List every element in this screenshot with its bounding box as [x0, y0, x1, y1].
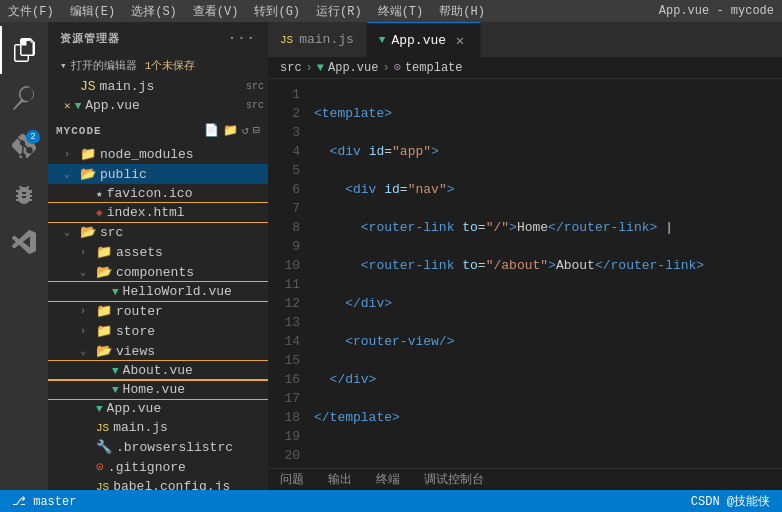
tab-appvue[interactable]: ▼ App.vue ✕: [367, 22, 481, 57]
assets-arrow-icon: ›: [80, 247, 96, 258]
src-folder-label: src: [100, 225, 268, 240]
line-numbers: 12345 678910 1112131415 1617181920 21222…: [268, 79, 308, 468]
home-vue-icon: ▼: [112, 384, 119, 396]
folder-arrow-icon: ›: [64, 149, 80, 160]
open-file-mainjs[interactable]: JS main.js src: [48, 77, 268, 96]
components-arrow-icon: ⌄: [80, 266, 96, 278]
about-vue-label: About.vue: [123, 363, 268, 378]
tree-router[interactable]: › 📁 router: [48, 301, 268, 321]
favicon-icon: ★: [96, 187, 103, 200]
tree-components[interactable]: ⌄ 📂 components: [48, 262, 268, 282]
tree-src[interactable]: ⌄ 📂 src: [48, 222, 268, 242]
breadcrumb: src › ▼ App.vue › ⊙ template: [268, 57, 782, 79]
tree-views[interactable]: ⌄ 📂 views: [48, 341, 268, 361]
open-editors-section[interactable]: ▾ 打开的编辑器 1个未保存: [48, 54, 268, 77]
breadcrumb-sep2: ›: [382, 61, 389, 75]
activity-debug[interactable]: [0, 170, 48, 218]
tree-home-vue[interactable]: ▼ Home.vue: [48, 380, 268, 399]
menu-select[interactable]: 选择(S): [131, 3, 177, 20]
views-folder-icon: 📂: [96, 343, 112, 359]
folder-public-label: public: [100, 167, 268, 182]
tree-favicon[interactable]: ★ favicon.ico: [48, 184, 268, 203]
refresh-icon[interactable]: ↺: [242, 123, 249, 138]
tab-mainjs-label: main.js: [299, 32, 354, 47]
menu-edit[interactable]: 编辑(E): [70, 3, 116, 20]
components-folder-icon: 📂: [96, 264, 112, 280]
sidebar-more-icon[interactable]: ···: [228, 30, 256, 46]
activity-extensions[interactable]: [0, 218, 48, 266]
new-file-icon[interactable]: 📄: [204, 123, 219, 138]
tree-helloworld[interactable]: ▼ HelloWorld.vue: [48, 282, 268, 301]
status-git-branch[interactable]: ⎇ master: [8, 494, 80, 509]
open-editors-label: 打开的编辑器: [71, 58, 137, 73]
breadcrumb-sep1: ›: [306, 61, 313, 75]
tree-babel-config[interactable]: JS babel.config.js: [48, 477, 268, 490]
tree-public[interactable]: ⌄ 📂 public: [48, 164, 268, 184]
views-arrow-icon: ⌄: [80, 345, 96, 357]
assets-label: assets: [116, 245, 268, 260]
breadcrumb-template-icon: ⊙: [394, 60, 401, 75]
main-js-label: main.js: [113, 420, 268, 435]
tree-about-vue[interactable]: ▼ About.vue: [48, 361, 268, 380]
new-folder-icon[interactable]: 📁: [223, 123, 238, 138]
store-arrow-icon: ›: [80, 326, 96, 337]
menu-file[interactable]: 文件(F): [8, 3, 54, 20]
tree-main-js[interactable]: JS main.js: [48, 418, 268, 437]
menu-goto[interactable]: 转到(G): [254, 3, 300, 20]
activity-search[interactable]: [0, 74, 48, 122]
menu-terminal[interactable]: 终端(T): [378, 3, 424, 20]
tab-vue-icon: ▼: [379, 34, 386, 46]
tab-close-icon[interactable]: ✕: [452, 32, 468, 48]
bottom-panel: 问题 输出 终端 调试控制台: [268, 468, 782, 490]
activity-git[interactable]: 2: [0, 122, 48, 170]
panel-tab-output[interactable]: 输出: [324, 471, 356, 488]
sidebar-section: ▾ 打开的编辑器 1个未保存 JS main.js src ✕ ▼ App.vu…: [48, 54, 268, 490]
browserslistrc-icon: 🔧: [96, 439, 112, 455]
panel-tab-debug[interactable]: 调试控制台: [420, 471, 488, 488]
router-folder-icon: 📁: [96, 303, 112, 319]
sidebar-header-actions[interactable]: ···: [228, 30, 256, 46]
router-arrow-icon: ›: [80, 306, 96, 317]
panel-tab-problems[interactable]: 问题: [276, 471, 308, 488]
tree-app-vue[interactable]: ▼ App.vue: [48, 399, 268, 418]
menu-bar[interactable]: 文件(F) 编辑(E) 选择(S) 查看(V) 转到(G) 运行(R) 终端(T…: [8, 3, 485, 20]
sidebar: 资源管理器 ··· ▾ 打开的编辑器 1个未保存 JS main.js src …: [48, 22, 268, 490]
activity-explorer[interactable]: [0, 26, 48, 74]
tree-browserslistrc[interactable]: 🔧 .browserslistrc: [48, 437, 268, 457]
breadcrumb-template: template: [405, 61, 463, 75]
tree-gitignore[interactable]: ⊙ .gitignore: [48, 457, 268, 477]
babel-label: babel.config.js: [113, 479, 268, 490]
project-section-header[interactable]: MYCODE 📄 📁 ↺ ⊟: [48, 117, 268, 144]
tree-store[interactable]: › 📁 store: [48, 321, 268, 341]
status-bar: ⎇ master CSDN @技能侠: [0, 490, 782, 512]
tree-index-html[interactable]: ◈ index.html: [48, 203, 268, 222]
code-content: <template> <div id="app"> <div id="nav">…: [308, 79, 782, 468]
main-js-icon: JS: [96, 422, 109, 434]
views-label: views: [116, 344, 268, 359]
tab-mainjs[interactable]: JS main.js: [268, 22, 367, 57]
tab-bar: JS main.js ▼ App.vue ✕: [268, 22, 782, 57]
code-editor[interactable]: 12345 678910 1112131415 1617181920 21222…: [268, 79, 782, 468]
status-left: ⎇ master: [8, 494, 80, 509]
js-icon: JS: [80, 79, 96, 94]
menu-view[interactable]: 查看(V): [193, 3, 239, 20]
browserslistrc-label: .browserslistrc: [116, 440, 268, 455]
project-name: MYCODE: [56, 125, 204, 137]
app-vue-icon: ▼: [96, 403, 103, 415]
title-bar: 文件(F) 编辑(E) 选择(S) 查看(V) 转到(G) 运行(R) 终端(T…: [0, 0, 782, 22]
panel-tab-terminal[interactable]: 终端: [372, 471, 404, 488]
tree-assets[interactable]: › 📁 assets: [48, 242, 268, 262]
assets-folder-icon: 📁: [96, 244, 112, 260]
tab-js-icon: JS: [280, 34, 293, 46]
git-icon: ⊙: [96, 459, 104, 475]
tree-node-modules[interactable]: › 📁 node_modules: [48, 144, 268, 164]
menu-help[interactable]: 帮助(H): [439, 3, 485, 20]
open-file-appvue[interactable]: ✕ ▼ App.vue src: [48, 96, 268, 115]
sidebar-header: 资源管理器 ···: [48, 22, 268, 54]
collapse-icon[interactable]: ⊟: [253, 123, 260, 138]
activity-bar: 2: [0, 22, 48, 490]
open-editors-badge: 1个未保存: [145, 58, 196, 73]
file-path-src2: src: [246, 100, 264, 111]
src-folder-icon: 📂: [80, 224, 96, 240]
menu-run[interactable]: 运行(R): [316, 3, 362, 20]
